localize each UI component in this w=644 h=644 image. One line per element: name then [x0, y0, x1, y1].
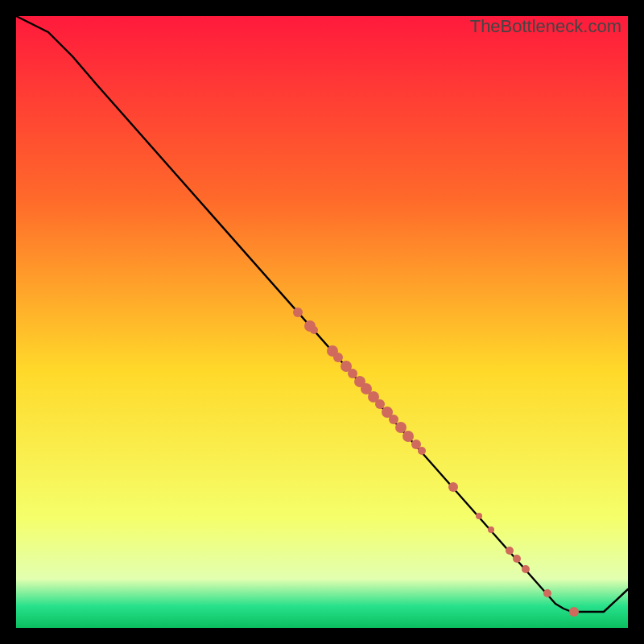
data-point	[506, 547, 514, 555]
watermark-text: TheBottleneck.com	[470, 16, 621, 37]
data-point	[395, 422, 407, 433]
data-point	[402, 431, 414, 442]
data-point	[348, 369, 357, 378]
data-dots	[293, 308, 579, 617]
data-point	[375, 399, 385, 409]
data-point	[418, 447, 426, 455]
bottleneck-curve	[16, 16, 628, 628]
data-point	[488, 526, 494, 533]
data-point	[569, 607, 579, 617]
data-point	[448, 482, 458, 492]
data-point	[310, 326, 318, 334]
data-point	[389, 415, 398, 424]
data-point	[522, 565, 530, 573]
data-point	[513, 555, 521, 563]
data-point	[333, 353, 343, 362]
data-point	[543, 589, 551, 597]
data-point	[476, 513, 482, 519]
data-point	[293, 308, 303, 317]
